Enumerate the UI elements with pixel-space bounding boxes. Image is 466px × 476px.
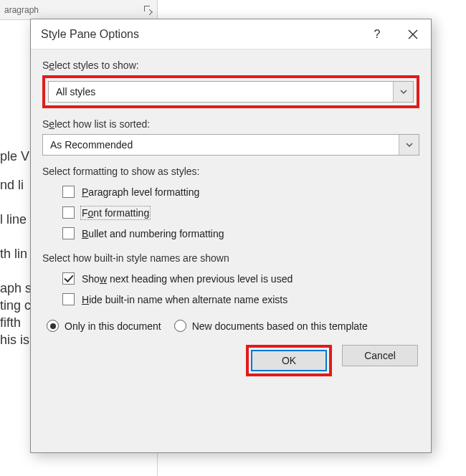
- doc-text: ple V: [0, 149, 29, 164]
- radio-icon: [47, 320, 59, 332]
- ribbon-group-label: aragraph: [4, 5, 39, 15]
- dialog-body: Select styles to show: All styles Select…: [31, 49, 431, 452]
- ok-button-highlight: OK: [246, 345, 332, 376]
- dialog-buttons: OK Cancel: [42, 339, 419, 379]
- label-styles-to-show: Select styles to show:: [42, 60, 419, 71]
- radio-label: Only in this document: [65, 320, 161, 332]
- checkbox-icon: [62, 272, 75, 285]
- sort-combo-wrap: As Recommended: [42, 134, 419, 156]
- combo-dropdown-button[interactable]: [399, 135, 419, 155]
- label-sort: Select how list is sorted:: [42, 118, 419, 130]
- doc-text: th lin: [0, 247, 27, 262]
- dialog-title: Style Pane Options: [41, 28, 359, 41]
- check-label: Paragraph level formatting: [82, 186, 199, 198]
- combo-dropdown-button[interactable]: [393, 82, 413, 102]
- scope-radio-group: Only in this document New documents base…: [42, 310, 419, 339]
- check-label: Font formatting: [82, 207, 149, 219]
- style-pane-options-dialog: Style Pane Options ? Select styles to sh…: [30, 19, 432, 453]
- chevron-down-icon: [406, 143, 413, 147]
- doc-text: his is: [0, 333, 29, 348]
- help-icon: ?: [374, 28, 381, 41]
- radio-label: New documents based on this template: [192, 320, 368, 332]
- label-formatting: Select formatting to show as styles:: [42, 166, 419, 177]
- dialog-launcher-icon[interactable]: [144, 6, 153, 14]
- checkbox-icon: [62, 186, 75, 198]
- radio-new-documents-template[interactable]: New documents based on this template: [174, 320, 368, 332]
- doc-text: ting c: [0, 298, 31, 313]
- checkbox-icon: [62, 293, 75, 305]
- check-paragraph-formatting[interactable]: Paragraph level formatting: [42, 181, 419, 202]
- chevron-down-icon: [400, 90, 407, 94]
- combo-value: All styles: [49, 86, 393, 97]
- dialog-titlebar: Style Pane Options ?: [31, 19, 431, 49]
- doc-text: fifth: [0, 315, 21, 330]
- close-icon: [408, 29, 418, 39]
- ribbon-paragraph-group: aragraph: [0, 0, 158, 20]
- doc-text: nd li: [0, 178, 24, 193]
- checkbox-icon: [62, 227, 75, 239]
- label-builtin: Select how built-in style names are show…: [42, 252, 419, 264]
- checkbox-icon: [62, 206, 75, 219]
- radio-icon: [174, 320, 186, 332]
- close-button[interactable]: [395, 19, 431, 49]
- doc-text: l line: [0, 212, 27, 227]
- check-label: Bullet and numbering formatting: [82, 228, 224, 239]
- radio-only-this-document[interactable]: Only in this document: [47, 320, 161, 332]
- button-label: OK: [282, 355, 296, 366]
- sort-combo[interactable]: As Recommended: [42, 134, 419, 156]
- check-label: Hide built-in name when alternate name e…: [82, 294, 287, 305]
- check-bullet-formatting[interactable]: Bullet and numbering formatting: [42, 223, 419, 244]
- ok-button[interactable]: OK: [251, 350, 327, 371]
- check-label: Show next heading when previous level is…: [82, 273, 293, 285]
- check-show-next-heading[interactable]: Show next heading when previous level is…: [42, 268, 419, 289]
- check-hide-builtin-name[interactable]: Hide built-in name when alternate name e…: [42, 289, 419, 310]
- styles-to-show-combo[interactable]: All styles: [48, 81, 414, 103]
- check-font-formatting[interactable]: Font formatting: [42, 202, 419, 223]
- styles-to-show-highlight: All styles: [42, 75, 419, 108]
- doc-text: aph s: [0, 281, 32, 296]
- button-label: Cancel: [364, 350, 396, 361]
- help-button[interactable]: ?: [359, 19, 395, 49]
- combo-value: As Recommended: [43, 139, 399, 151]
- cancel-button[interactable]: Cancel: [342, 345, 418, 366]
